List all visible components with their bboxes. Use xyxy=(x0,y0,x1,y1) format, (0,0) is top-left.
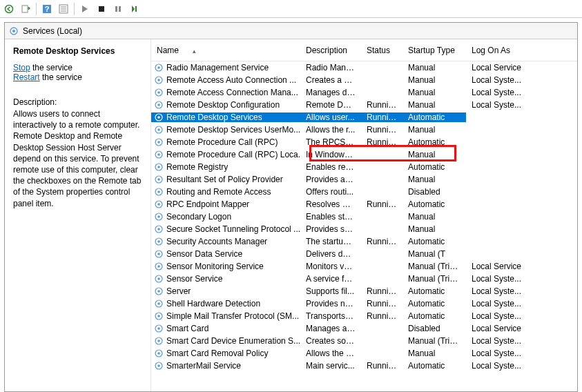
svg-point-45 xyxy=(157,253,160,255)
svg-point-63 xyxy=(157,364,160,367)
col-type[interactable]: Startup Type xyxy=(402,46,466,55)
gear-icon xyxy=(154,199,164,209)
svg-rect-10 xyxy=(119,6,121,12)
table-row[interactable]: Sensor Data ServiceDelivers dat...Manual… xyxy=(151,248,577,260)
table-row[interactable]: Smart Card Device Enumeration S...Create… xyxy=(151,335,577,347)
svg-point-41 xyxy=(157,228,160,231)
col-desc[interactable]: Description xyxy=(300,46,361,55)
svg-point-47 xyxy=(157,265,160,268)
table-row[interactable]: Shell Hardware DetectionProvides no...Ru… xyxy=(151,297,577,310)
gear-icon xyxy=(154,349,164,358)
table-row[interactable]: Security Accounts ManagerThe startup ...… xyxy=(151,235,577,248)
svg-point-51 xyxy=(157,290,160,293)
gear-icon xyxy=(154,224,164,234)
gear-icon xyxy=(154,175,164,184)
gear-icon xyxy=(154,212,164,222)
restart-link[interactable]: Restart xyxy=(13,72,40,82)
table-row[interactable]: SmarterMail ServiceMain servic...Running… xyxy=(151,360,577,372)
svg-rect-8 xyxy=(99,6,104,12)
properties-icon[interactable] xyxy=(57,3,70,15)
frame-title: Services (Local) xyxy=(23,26,82,36)
svg-point-25 xyxy=(157,128,160,131)
gear-icon xyxy=(154,125,164,135)
table-row[interactable]: Remote Desktop ServicesAllows user...Run… xyxy=(151,111,577,124)
table-row[interactable]: Smart CardManages ac...DisabledLocal Ser… xyxy=(151,322,577,335)
svg-point-39 xyxy=(157,215,160,218)
table-row[interactable]: Remote Desktop Services UserMo...Allows … xyxy=(151,124,577,136)
table-row[interactable]: Radio Management ServiceRadio Mana...Man… xyxy=(151,61,577,74)
gear-icon xyxy=(9,26,19,36)
table-row[interactable]: ServerSupports fil...RunningAutomaticLoc… xyxy=(151,285,577,297)
svg-point-55 xyxy=(157,315,160,317)
table-row[interactable]: Remote Desktop ConfigurationRemote Des..… xyxy=(151,99,577,111)
svg-point-57 xyxy=(157,327,160,330)
toolbar: ? xyxy=(0,0,582,18)
table-row[interactable]: Secondary LogonEnables star...Manual xyxy=(151,210,577,223)
table-row[interactable]: Secure Socket Tunneling Protocol ...Prov… xyxy=(151,223,577,235)
table-row[interactable]: RPC Endpoint MapperResolves RP...Running… xyxy=(151,198,577,210)
svg-point-0 xyxy=(6,5,13,12)
separator xyxy=(74,3,75,15)
gear-icon xyxy=(154,324,164,333)
gear-icon xyxy=(154,336,164,346)
stop-icon[interactable] xyxy=(95,3,108,15)
gear-icon xyxy=(154,150,164,159)
table-row[interactable]: Routing and Remote AccessOffers routi...… xyxy=(151,186,577,198)
col-name[interactable]: Name xyxy=(151,46,300,55)
table-row[interactable]: Sensor Monitoring ServiceMonitors va...M… xyxy=(151,260,577,273)
restart-icon[interactable] xyxy=(128,3,141,15)
gear-icon xyxy=(154,299,164,308)
svg-point-43 xyxy=(157,240,160,243)
gear-icon xyxy=(154,75,164,85)
table-row[interactable]: Remote Procedure Call (RPC)The RPCSS ...… xyxy=(151,136,577,148)
pause-icon[interactable] xyxy=(112,3,124,15)
table-row[interactable]: Remote Access Connection Mana...Manages … xyxy=(151,86,577,99)
svg-point-19 xyxy=(157,91,160,94)
svg-point-13 xyxy=(12,30,15,32)
separator xyxy=(36,3,37,15)
table-header: Name Description Status Startup Type Log… xyxy=(151,39,577,61)
gear-icon xyxy=(154,100,164,110)
back-icon[interactable] xyxy=(3,3,15,15)
svg-text:?: ? xyxy=(45,5,50,13)
stop-link[interactable]: Stop xyxy=(13,63,30,72)
gear-icon xyxy=(154,274,164,284)
gear-icon xyxy=(154,249,164,259)
table-row[interactable]: Smart Card Removal PolicyAllows the s...… xyxy=(151,347,577,360)
gear-icon xyxy=(154,286,164,296)
start-icon[interactable] xyxy=(79,3,91,15)
svg-point-31 xyxy=(157,166,160,168)
svg-point-21 xyxy=(157,104,160,106)
table-row[interactable]: Remote Procedure Call (RPC) Loca...In Wi… xyxy=(151,148,577,161)
service-rows: Radio Management ServiceRadio Mana...Man… xyxy=(151,61,577,372)
right-pane: Name Description Status Startup Type Log… xyxy=(151,39,577,391)
table-row[interactable]: Simple Mail Transfer Protocol (SM...Tran… xyxy=(151,310,577,322)
col-logon[interactable]: Log On As xyxy=(466,46,528,55)
svg-point-49 xyxy=(157,277,160,280)
desc-text: Allows users to connect interactively to… xyxy=(13,108,142,209)
gear-icon xyxy=(154,88,164,97)
table-row[interactable]: Remote Access Auto Connection ...Creates… xyxy=(151,74,577,86)
svg-point-27 xyxy=(157,141,160,144)
frame-header: Services (Local) xyxy=(5,23,577,39)
svg-rect-9 xyxy=(115,6,117,12)
desc-label: Description: xyxy=(13,97,142,107)
gear-icon xyxy=(154,187,164,197)
gear-icon xyxy=(154,137,164,147)
gear-icon xyxy=(154,112,164,122)
svg-point-59 xyxy=(157,340,160,342)
svg-rect-1 xyxy=(22,6,28,12)
col-status[interactable]: Status xyxy=(361,46,402,55)
help-icon[interactable]: ? xyxy=(41,3,53,15)
svg-point-17 xyxy=(157,79,160,81)
table-row[interactable]: Remote RegistryEnables rem...Automatic xyxy=(151,161,577,173)
svg-point-29 xyxy=(157,153,160,156)
table-row[interactable]: Sensor ServiceA service fo...Manual (Tri… xyxy=(151,273,577,285)
table-row[interactable]: Resultant Set of Policy ProviderProvides… xyxy=(151,173,577,186)
svg-point-53 xyxy=(157,302,160,305)
export-icon[interactable] xyxy=(19,3,32,15)
svg-point-15 xyxy=(157,66,160,69)
svg-point-35 xyxy=(157,190,160,193)
gear-icon xyxy=(154,63,164,72)
gear-icon xyxy=(154,361,164,371)
